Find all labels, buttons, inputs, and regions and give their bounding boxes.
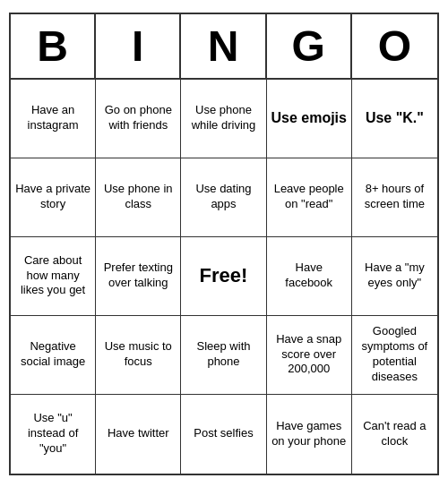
bingo-cell-1: Go on phone with friends xyxy=(96,80,181,158)
bingo-letter-o: O xyxy=(352,14,437,78)
bingo-cell-17: Sleep with phone xyxy=(181,316,266,395)
bingo-cell-20: Use "u" instead of "you" xyxy=(11,395,96,474)
bingo-card: BINGO Have an instagramGo on phone with … xyxy=(9,13,439,475)
bingo-cell-21: Have twitter xyxy=(96,395,181,474)
bingo-cell-23: Have games on your phone xyxy=(267,395,352,474)
bingo-cell-19: Googled symptoms of potential diseases xyxy=(352,316,437,395)
bingo-letter-g: G xyxy=(267,14,352,78)
bingo-letter-n: N xyxy=(181,14,266,78)
bingo-cell-14: Have a "my eyes only" xyxy=(352,237,437,316)
bingo-cell-18: Have a snap score over 200,000 xyxy=(267,316,352,395)
bingo-letter-b: B xyxy=(11,14,96,78)
bingo-letter-i: I xyxy=(96,14,181,78)
bingo-cell-8: Leave people on "read" xyxy=(267,158,352,237)
bingo-cell-0: Have an instagram xyxy=(11,80,96,158)
bingo-cell-13: Have facebook xyxy=(267,237,352,316)
bingo-cell-5: Have a private story xyxy=(11,158,96,237)
bingo-cell-9: 8+ hours of screen time xyxy=(352,158,437,237)
bingo-cell-15: Negative social image xyxy=(11,316,96,395)
bingo-cell-7: Use dating apps xyxy=(181,158,266,237)
bingo-cell-4: Use "K." xyxy=(352,80,437,158)
bingo-cell-6: Use phone in class xyxy=(96,158,181,237)
bingo-cell-16: Use music to focus xyxy=(96,316,181,395)
bingo-cell-24: Can't read a clock xyxy=(352,395,437,474)
bingo-header: BINGO xyxy=(11,14,437,80)
bingo-cell-2: Use phone while driving xyxy=(181,80,266,158)
bingo-cell-10: Care about how many likes you get xyxy=(11,237,96,316)
bingo-cell-3: Use emojis xyxy=(267,80,352,158)
bingo-grid: Have an instagramGo on phone with friend… xyxy=(11,80,437,474)
bingo-cell-11: Prefer texting over talking xyxy=(96,237,181,316)
bingo-cell-22: Post selfies xyxy=(181,395,266,474)
bingo-cell-12: Free! xyxy=(181,237,266,316)
